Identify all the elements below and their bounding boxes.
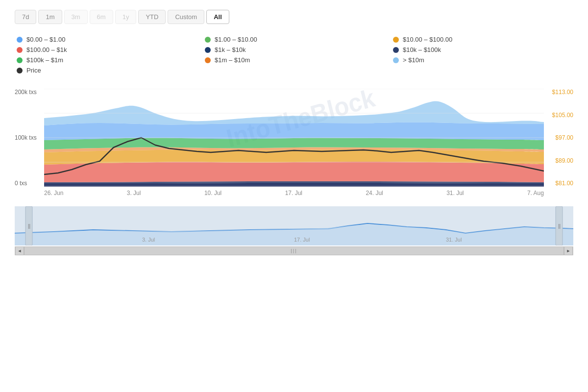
legend-dot-1 [205,37,211,43]
chart-svg: IntoTheBlock [44,89,544,187]
legend-item-8: > $10m [393,56,571,64]
y-price-81: $81.00 [552,180,573,187]
btn-6m: 6m [90,10,113,24]
legend-label-1: $1.00 – $10.00 [215,36,257,43]
legend-item-2: $10.00 – $100.00 [393,36,571,43]
legend-label-2: $10.00 – $100.00 [403,36,452,43]
legend-item-7: $1m – $10m [205,56,383,64]
svg-text:31. Jul: 31. Jul [446,237,462,243]
btn-1y: 1y [115,10,137,24]
legend-dot-4 [205,47,211,53]
legend-item-6: $100k – $1m [17,56,195,64]
legend-dot-0 [17,37,23,43]
legend-item-1: $1.00 – $10.00 [205,36,383,43]
btn-7d[interactable]: 7d [15,10,36,24]
scroll-right-arrow[interactable]: ► [564,246,573,255]
svg-text:||: || [28,223,30,229]
btn-custom[interactable]: Custom [168,10,204,24]
y-price-97: $97.00 [552,134,573,141]
btn-ytd[interactable]: YTD [138,10,166,24]
main-container: 7d 1m 3m 6m 1y YTD Custom All $0.00 – $1… [0,0,588,265]
y-label-200k: 200k txs [15,89,37,96]
navigator-wrapper: 3. Jul 17. Jul 31. Jul || || ◄ ||| ► [15,206,573,255]
btn-1m[interactable]: 1m [38,10,62,24]
legend-dot-5 [393,47,399,53]
y-price-105: $105.00 [552,112,573,119]
navigator-svg[interactable]: 3. Jul 17. Jul 31. Jul || || [15,206,573,245]
legend-dot-2 [393,37,399,43]
x-label-jul10: 10. Jul [204,190,221,196]
navigator-area: 3. Jul 17. Jul 31. Jul || || [15,206,573,245]
scrollbar-thumb[interactable]: ||| [24,246,564,255]
y-axis-left: 200k txs 100k txs 0 txs [15,89,37,187]
y-axis-right: $113.00 $105.00 $97.00 $89.00 $81.00 [552,89,573,187]
legend-label-8: > $10m [403,56,424,64]
legend-item-5: $10k – $100k [393,46,571,53]
legend-label-3: $100.00 – $1k [26,46,67,53]
x-axis-labels: 26. Jun 3. Jul 10. Jul 17. Jul 24. Jul 3… [44,190,544,196]
svg-text:17. Jul: 17. Jul [294,237,310,243]
y-price-113: $113.00 [552,89,573,96]
x-label-jun26: 26. Jun [44,190,63,196]
scrollbar-track[interactable]: ◄ ||| ► [15,246,573,255]
legend-label-7: $1m – $10m [215,56,250,64]
chart-legend: $0.00 – $1.00 $1.00 – $10.00 $10.00 – $1… [15,36,573,74]
main-chart-area[interactable]: IntoTheBlock [44,89,544,187]
legend-label-9: Price [26,67,41,74]
x-label-jul31: 31. Jul [446,190,464,196]
chart-wrapper: 200k txs 100k txs 0 txs $113.00 $105.00 … [15,89,573,255]
btn-all[interactable]: All [206,10,229,24]
x-label-jul24: 24. Jul [366,190,383,196]
legend-item-9: Price [17,67,195,74]
legend-item-3: $100.00 – $1k [17,46,195,53]
svg-text:||: || [558,223,561,229]
legend-label-6: $100k – $1m [26,56,63,64]
btn-3m: 3m [64,10,88,24]
legend-item-4: $1k – $10k [205,46,383,53]
y-label-100k: 100k txs [15,134,37,141]
legend-dot-9 [17,68,23,74]
legend-label-4: $1k – $10k [215,46,246,53]
legend-dot-3 [17,47,23,53]
y-label-0: 0 txs [15,180,37,187]
legend-item-0: $0.00 – $1.00 [17,36,195,43]
legend-label-5: $10k – $100k [403,46,441,53]
time-range-selector: 7d 1m 3m 6m 1y YTD Custom All [15,10,573,24]
x-label-jul17: 17. Jul [285,190,302,196]
legend-dot-7 [205,57,211,63]
scroll-left-arrow[interactable]: ◄ [15,246,24,255]
legend-label-0: $0.00 – $1.00 [26,36,66,43]
x-label-jul3: 3. Jul [127,190,141,196]
x-label-aug7: 7. Aug [527,190,544,196]
y-price-89: $89.00 [552,157,573,164]
svg-text:3. Jul: 3. Jul [142,237,155,243]
legend-dot-8 [393,57,399,63]
legend-dot-6 [17,57,23,63]
